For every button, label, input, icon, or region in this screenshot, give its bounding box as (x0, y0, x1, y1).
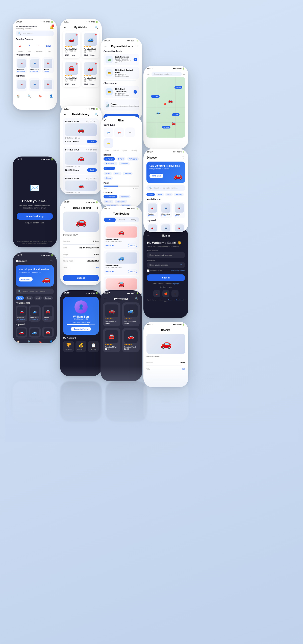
wd-item-2[interactable]: 🚙 ★★★★★ Perodua MYVI $248 (122, 302, 140, 326)
type-compact[interactable]: 🚗 (114, 127, 124, 137)
car-item-bentley[interactable]: 🚗 Bentley $ 8.00/Hour (16, 57, 27, 73)
brand-mitsubishi[interactable]: ✦ (35, 42, 43, 50)
booking-item-1[interactable]: 🚗 Perodua MYVI 24% Filled · AB 7673 $92/… (104, 224, 139, 249)
apple-signin-btn[interactable]: 🍎 (162, 290, 169, 297)
wishlist-item-1[interactable]: 🚗 ❤ ★★★★★ Perodua MYVI 24% Filled · 13 k… (63, 31, 80, 58)
stat-history[interactable]: 📋 History (88, 341, 99, 352)
brand-bmw[interactable]: BMW (44, 42, 53, 50)
payment-paypal[interactable]: 🅿️ Paypal Khaledabdulmohamme@gmail.com (104, 99, 139, 111)
type-economy[interactable]: 🚕 (104, 138, 113, 148)
feature-automatic[interactable]: Automatic (119, 195, 131, 198)
remember-me-check[interactable]: Remember Me (147, 269, 162, 272)
tab-all[interactable]: All (104, 218, 116, 222)
wd-item-4[interactable]: 🚗 ★★★★★ Perodua MYVI $248 (122, 328, 140, 352)
nav-bookmark-dark[interactable]: 🔖 (38, 340, 42, 343)
back-btn-detail[interactable]: ← (64, 206, 67, 210)
search-icon-wishlist[interactable]: 🔍 (95, 26, 98, 29)
forgot-password-link[interactable]: Forget Password (171, 269, 185, 272)
rental-item-1[interactable]: Perodua MYVI May 27, 2022 🚗 24% Filled ·… (63, 118, 99, 145)
booking-item-2[interactable]: 🚙 Perodua MYVI 24% Filled · AB 7673 $92/… (104, 250, 139, 275)
dl-bentley[interactable]: Bentley (174, 193, 184, 196)
facebook-signin-btn[interactable]: f (171, 290, 179, 297)
stat-balance[interactable]: 💰 RM 30.22 (75, 341, 86, 352)
dl-car-2[interactable]: 🚙 Mitsubishi $ 8.00/Hour (160, 202, 172, 218)
search-bar[interactable]: 🔍 Find your car... (16, 31, 54, 36)
feature-topspeed[interactable]: Top Speed (115, 200, 127, 203)
car-item-honda[interactable]: 🚘 Honda $ 8.00/2 (42, 57, 54, 73)
filter-mitsubishi[interactable]: ✦ Mitsubishi (104, 162, 117, 165)
wishlist-item-3[interactable]: 🚘 ❤ ★★★★★ Perodua MYVI 24% Filled · 13 k… (63, 60, 80, 87)
dc-car-2[interactable]: 🚙 Mitsubishi $ 8.00/Hour (29, 305, 41, 322)
top-deal-3[interactable]: 🚘 (42, 78, 54, 91)
password-input[interactable]: Enter your password 👁 (147, 262, 185, 268)
car-item-mitsubishi[interactable]: 🚙 Mitsubishi $ 8.00/Hour (29, 57, 41, 73)
type-sports[interactable]: 🏎 (125, 127, 135, 137)
back-btn[interactable]: ← (64, 25, 67, 29)
info-icon[interactable]: ℹ (97, 206, 98, 210)
tab-history[interactable]: History (127, 218, 139, 222)
dc-deal-2[interactable]: 🚙 (29, 327, 40, 338)
nav-bookmark[interactable]: 🔖 (38, 94, 42, 98)
dl-audi[interactable]: Audi (165, 193, 173, 196)
complete-profile-btn[interactable]: Complete Profile (71, 327, 91, 331)
filter-bentley[interactable]: Bentley (123, 172, 133, 175)
detail-btn-1[interactable]: Detail (87, 140, 97, 143)
skip-link[interactable]: Skip, I'll confirm later (26, 222, 44, 224)
top-deal-2[interactable]: 🚙 (29, 78, 40, 91)
detail-btn-2[interactable]: Detail (87, 168, 97, 172)
discover-search[interactable]: 🔍 Search course, topic, mentor... (16, 289, 54, 294)
back-btn-signin[interactable]: ← (147, 234, 150, 237)
menu-icon[interactable]: ≡ (183, 73, 185, 76)
nav-search[interactable]: 🔍 (28, 94, 31, 98)
wd-item-1[interactable]: 🚗 ★★★★★ Perodua MYVI $248 (103, 302, 120, 326)
wd-item-3[interactable]: 🚘 ★★★★★ Perodua MYVI $248 (103, 328, 120, 352)
dc-car-3[interactable]: 🚘 Honda $ 8.00 (42, 305, 54, 322)
map-area[interactable]: 5 Cars 12 Cars 2 Cars 10 Cars 🚗 🚙 🚘 📍 (146, 77, 185, 138)
add-payment-btn[interactable]: + (137, 44, 139, 48)
rental-item-3[interactable]: Perodua MYVI May 27, 2022 🚗 24% Filled ·… (63, 175, 99, 194)
close-btn-filter[interactable]: ✕ (104, 119, 106, 122)
back-btn-wd[interactable]: ← (104, 297, 107, 300)
discover-search-light[interactable]: 🔍 Search course, topic, mentor... (146, 185, 185, 191)
rental-item-2[interactable]: Perodua MYVI May 27, 2022 🚗 24% Filled ·… (63, 147, 99, 174)
dp-ford[interactable]: Ford (25, 296, 33, 300)
top-deal-1[interactable]: 🚗 (16, 78, 27, 91)
filter-honda[interactable]: H Honda (119, 162, 130, 165)
stat-premium[interactable]: 🏆 Premium (63, 341, 74, 352)
filter-ferrari2[interactable]: 🏎 Ferrari (104, 167, 115, 170)
dl-ford[interactable]: Ford (156, 193, 164, 196)
wishlist-item-4[interactable]: 🚗 ❤ ★★★★★ Perodua MYVI 24% Filled · 13 k… (82, 60, 99, 87)
filter-mazz[interactable]: Mazz (113, 172, 121, 175)
filter-others[interactable]: Others (104, 176, 113, 180)
feature-manual[interactable]: Manual (104, 200, 113, 203)
brand-ford[interactable]: F (25, 42, 33, 50)
open-email-btn[interactable]: Open Email App (17, 213, 53, 220)
nav-home-dark[interactable]: 🏠 (16, 340, 20, 343)
wishlist-item-2[interactable]: 🚙 ❤ ★★★★★ Perodua MYVI 24% Filled · 13 k… (82, 31, 99, 58)
dp-bmw[interactable]: BMW (16, 296, 24, 300)
back-btn-receipt[interactable]: ← (147, 328, 150, 332)
nav-profile-dark[interactable]: 👤 (49, 340, 53, 343)
search-icon-wd[interactable]: 🔍 (135, 297, 139, 300)
google-signin-btn[interactable]: G (153, 290, 160, 297)
filter-ferrari[interactable]: 🏎 Ferrari (104, 157, 115, 161)
filter-porsche[interactable]: P Porsche (127, 157, 139, 161)
dl-deal-3[interactable]: 🚘 (173, 223, 185, 232)
dl-deal-2[interactable]: 🚙 (160, 223, 172, 232)
detail-booking-btn-2[interactable]: Detail (128, 270, 137, 273)
filter-ford[interactable]: F Ford (116, 157, 126, 161)
tab-booked[interactable]: Booked (116, 218, 127, 222)
dl-deal-1[interactable]: 🚗 (146, 223, 158, 232)
back-btn-payment[interactable]: ← (104, 44, 107, 48)
heart-icon-discover[interactable]: ♡ (50, 259, 53, 263)
dl-car-3[interactable]: 🚘 Honda $ 8.00 (173, 202, 185, 218)
payment-bca-choose[interactable]: 💳 BCA (Bank Central Asia) •••• ••••• 677… (104, 86, 139, 98)
filter-bmw[interactable]: BMW (104, 172, 112, 175)
dc-deal-3[interactable]: 🚘 (42, 327, 54, 338)
payment-cash[interactable]: 💵 Cash Payment Default Payment Cash paym… (104, 54, 139, 65)
nav-home[interactable]: 🏠 (16, 94, 20, 98)
signup-link[interactable]: Sign Up (172, 282, 179, 284)
dc-deal-1[interactable]: 🚗 (16, 327, 27, 338)
heart-icon-light[interactable]: ♡ (182, 156, 185, 160)
search-icon-rental[interactable]: 🔍 (95, 113, 98, 116)
